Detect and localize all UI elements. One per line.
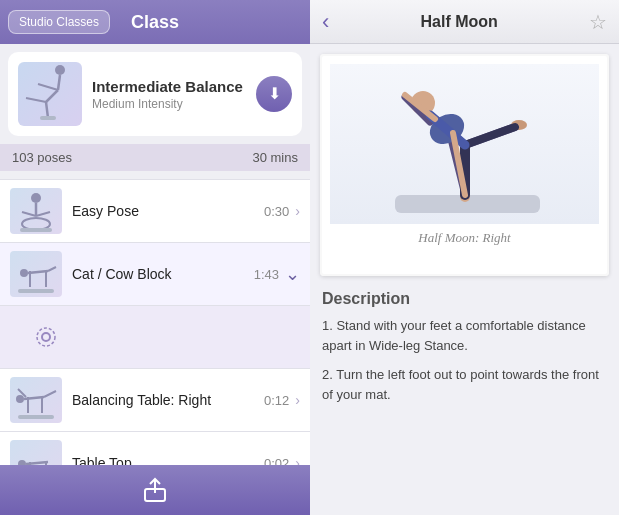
class-card: Intermediate Balance Medium Intensity ⬇ (8, 52, 302, 136)
description-section: Description 1. Stand with your feet a co… (310, 286, 619, 515)
settings-icon-container (20, 314, 72, 360)
left-panel: Studio Classes Class Intermediate Balanc… (0, 0, 310, 515)
left-footer[interactable] (0, 465, 310, 515)
pose-name-4: Table Top (72, 455, 254, 465)
svg-point-19 (42, 333, 50, 341)
svg-rect-18 (18, 289, 54, 293)
class-thumb-image (18, 62, 82, 126)
table-top-image (10, 440, 62, 465)
left-header-title: Class (131, 12, 179, 33)
svg-rect-27 (18, 415, 54, 419)
pose-time-1: 0:30 (264, 204, 289, 219)
svg-line-5 (46, 102, 48, 118)
list-item[interactable]: Table Top 0:02 › (0, 432, 310, 465)
right-panel: ‹ Half Moon ☆ (310, 0, 619, 515)
description-text: 1. Stand with your feet a comfortable di… (322, 316, 607, 404)
svg-point-13 (20, 269, 28, 277)
class-thumbnail (18, 62, 82, 126)
svg-point-7 (31, 193, 41, 203)
pose-right-1: 0:30 › (264, 203, 300, 219)
pose-thumbnail-3 (10, 377, 62, 423)
gear-icon (34, 325, 58, 349)
chevron-right-icon-4: › (295, 455, 300, 465)
pose-time-3: 0:12 (264, 393, 289, 408)
pose-thumbnail-2 (10, 251, 62, 297)
list-item[interactable]: Easy Pose 0:30 › (0, 179, 310, 243)
svg-line-10 (36, 212, 50, 216)
description-step-2: 2. Turn the left foot out to point towar… (322, 365, 607, 404)
balancing-table-image (10, 377, 62, 423)
chevron-down-icon-2: ⌄ (285, 263, 300, 285)
svg-line-17 (48, 267, 56, 271)
pose-info-1: Easy Pose (72, 203, 254, 219)
svg-line-2 (38, 84, 58, 90)
duration: 30 mins (252, 150, 298, 165)
pose-right-3: 0:12 › (264, 392, 300, 408)
share-icon (142, 477, 168, 503)
class-intensity: Medium Intensity (92, 97, 246, 111)
svg-point-20 (37, 328, 55, 346)
pose-name-3: Balancing Table: Right (72, 392, 254, 408)
pose-name-1: Easy Pose (72, 203, 254, 219)
svg-point-21 (16, 395, 24, 403)
pose-thumbnail-1 (10, 188, 62, 234)
pose-right-4: 0:02 › (264, 455, 300, 465)
cat-cow-image (10, 251, 62, 297)
list-item[interactable]: Cat / Cow Block 1:43 ⌄ (0, 243, 310, 306)
pose-image-container: Half Moon: Right (320, 54, 609, 276)
easy-pose-image (10, 188, 62, 234)
class-info: Intermediate Balance Medium Intensity (92, 78, 246, 111)
list-item[interactable]: Balancing Table: Right 0:12 › (0, 369, 310, 432)
download-icon: ⬇ (268, 86, 281, 102)
svg-line-25 (44, 391, 56, 397)
description-title: Description (322, 286, 607, 308)
studio-classes-button[interactable]: Studio Classes (8, 10, 110, 34)
svg-line-9 (22, 212, 36, 216)
chevron-right-icon-1: › (295, 203, 300, 219)
pose-thumbnail-4 (10, 440, 62, 465)
svg-rect-6 (40, 116, 56, 120)
back-button[interactable]: ‹ (322, 9, 329, 35)
right-header: ‹ Half Moon ☆ (310, 0, 619, 44)
pose-right-2: 1:43 ⌄ (254, 263, 300, 285)
pose-info-4: Table Top (72, 455, 254, 465)
svg-point-0 (55, 65, 65, 75)
stats-bar: 103 poses 30 mins (0, 144, 310, 171)
poses-list: Easy Pose 0:30 › Cat / Cow Block (0, 171, 310, 465)
class-name: Intermediate Balance (92, 78, 246, 95)
pose-name-2: Cat / Cow Block (72, 266, 244, 282)
pose-main-image (330, 64, 599, 224)
left-header: Studio Classes Class (0, 0, 310, 44)
pose-time-4: 0:02 (264, 456, 289, 466)
svg-line-4 (26, 98, 46, 102)
svg-line-1 (58, 75, 60, 90)
chevron-right-icon-3: › (295, 392, 300, 408)
download-button[interactable]: ⬇ (256, 76, 292, 112)
pose-caption: Half Moon: Right (330, 230, 599, 246)
svg-rect-12 (20, 228, 52, 232)
svg-line-45 (465, 127, 515, 145)
pose-time-2: 1:43 (254, 267, 279, 282)
pose-info-2: Cat / Cow Block (72, 266, 244, 282)
half-moon-pose-svg (375, 67, 555, 222)
list-item-sub[interactable] (0, 306, 310, 369)
right-header-title: Half Moon (421, 13, 498, 31)
poses-count: 103 poses (12, 150, 72, 165)
pose-info-3: Balancing Table: Right (72, 392, 254, 408)
star-button[interactable]: ☆ (589, 10, 607, 34)
svg-line-3 (46, 90, 58, 102)
description-step-1: 1. Stand with your feet a comfortable di… (322, 316, 607, 355)
